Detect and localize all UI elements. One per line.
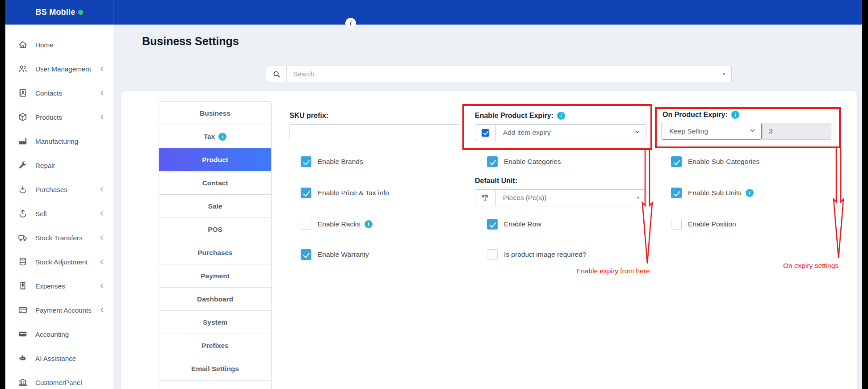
chevron-left-icon	[98, 186, 105, 193]
chevron-left-icon	[98, 282, 105, 289]
contacts-icon	[18, 88, 28, 98]
tab-email-settings[interactable]: Email Settings	[159, 357, 271, 381]
checkbox[interactable]	[487, 156, 498, 167]
sku-prefix-label: SKU prefix:	[289, 112, 328, 120]
checkbox[interactable]	[301, 219, 311, 230]
tab-payment[interactable]: Payment	[159, 264, 271, 288]
checkbox[interactable]	[301, 188, 311, 198]
sidebar-item-ai-assistance[interactable]: AI Assistance	[5, 346, 113, 370]
enable-product-expiry-group: Add item expiry	[475, 124, 646, 141]
tab-dashboard[interactable]: Dashboard	[159, 288, 271, 311]
settings-tab-list: Business Tax Product Contact Sale POS Pu…	[159, 101, 272, 389]
tab-business[interactable]: Business	[159, 102, 271, 125]
checkbox-enable-price-tax-info[interactable]: Enable Price & Tax info	[301, 188, 389, 198]
users-icon	[18, 64, 28, 74]
search-input[interactable]	[287, 66, 731, 82]
tab-tax[interactable]: Tax	[159, 125, 271, 148]
chevron-down-icon	[749, 127, 756, 136]
settings-search[interactable]: ▼	[266, 66, 732, 82]
screen: BS Mobile POS Repair 07/30/2025 Bs Home	[0, 0, 868, 389]
bank-icon	[18, 377, 28, 387]
factory-icon	[18, 136, 28, 146]
brand-zone[interactable]: BS Mobile	[5, 0, 114, 25]
online-status-dot-icon	[78, 10, 83, 15]
product-expiry-select[interactable]: Add item expiry	[496, 125, 646, 141]
checkbox[interactable]	[487, 249, 498, 260]
chevron-left-icon	[98, 258, 105, 265]
scale-icon	[481, 193, 491, 203]
sidebar-item-manufacturing[interactable]: Manufacturing	[5, 129, 113, 153]
checkbox-enable-row[interactable]: Enable Row	[487, 219, 541, 230]
sku-prefix-input[interactable]	[289, 124, 460, 140]
tab-sale[interactable]: Sale	[159, 195, 271, 218]
info-icon[interactable]	[557, 112, 565, 120]
dropdown-caret-icon: ▼	[636, 196, 640, 200]
sidebar-item-accounting[interactable]: Accounting	[5, 322, 113, 346]
sidebar-item-stock-transfers[interactable]: Stock Transfers	[5, 226, 113, 250]
checkbox-is-product-image-required[interactable]: Is product image required?	[487, 249, 586, 260]
checkbox[interactable]	[301, 249, 311, 260]
dropdown-caret-icon: ▼	[722, 72, 726, 76]
info-icon[interactable]	[365, 220, 373, 228]
info-button[interactable]	[345, 18, 356, 29]
default-unit-select[interactable]: Pieces (Pc(s))	[496, 190, 646, 206]
tab-product[interactable]: Product	[159, 148, 271, 171]
checkbox-enable-brands[interactable]: Enable Brands	[301, 156, 363, 167]
checkbox[interactable]	[671, 188, 682, 198]
box-icon	[18, 112, 28, 122]
sidebar-item-sell[interactable]: Sell	[5, 201, 113, 226]
search-addon	[266, 66, 287, 82]
sidebar-item-repair[interactable]: Repair	[5, 153, 113, 177]
unit-addon	[475, 190, 496, 206]
enable-product-expiry-label: Enable Product Expiry:	[475, 112, 565, 120]
checkbox-enable-sub-units[interactable]: Enable Sub Units	[671, 188, 754, 198]
sidebar-item-user-management[interactable]: User Management	[5, 57, 113, 81]
checkbox-enable-categories[interactable]: Enable Categories	[487, 156, 561, 167]
brand-name: BS Mobile	[36, 8, 75, 17]
tab-purchases[interactable]: Purchases	[159, 241, 271, 264]
search-icon	[273, 70, 281, 78]
checkbox[interactable]	[671, 219, 682, 230]
checkbox[interactable]	[671, 156, 682, 167]
purchase-arrow-icon	[18, 184, 28, 194]
sidebar-item-stock-adjustment[interactable]: Stock Adjustment	[5, 250, 113, 274]
expiry-checkbox-addon[interactable]	[475, 125, 496, 141]
expiry-days-input[interactable]: 3	[762, 123, 831, 140]
tab-pos[interactable]: POS	[159, 218, 271, 241]
checkbox[interactable]	[487, 219, 498, 230]
database-icon	[18, 257, 28, 267]
sidebar-item-expenses[interactable]: Expenses	[5, 274, 113, 298]
tab-contact[interactable]: Contact	[159, 171, 271, 195]
sidebar-item-home[interactable]: Home	[5, 33, 113, 57]
topbar: BS Mobile	[5, 0, 862, 25]
wrench-icon	[18, 160, 28, 170]
sell-arrow-icon	[18, 209, 28, 218]
sidebar-item-products[interactable]: Products	[5, 105, 113, 129]
default-unit-group: Pieces (Pc(s)) ▼	[475, 189, 646, 206]
sidebar-item-payment-accounts[interactable]: Payment Accounts	[5, 298, 113, 322]
enable-expiry-checkbox[interactable]	[482, 129, 489, 137]
default-unit-label: Default Unit:	[475, 177, 517, 185]
info-icon[interactable]	[746, 189, 754, 197]
page-title: Business Settings	[142, 35, 239, 48]
info-icon[interactable]	[218, 133, 226, 141]
tab-sms-settings[interactable]: SMS Settings	[159, 381, 271, 389]
checkbox[interactable]	[301, 156, 311, 167]
sidebar-item-purchases[interactable]: Purchases	[5, 177, 113, 201]
checkbox-enable-racks[interactable]: Enable Racks	[301, 219, 373, 230]
info-icon[interactable]	[731, 111, 739, 119]
chevron-down-icon	[634, 129, 641, 137]
checkbox-enable-warranty[interactable]: Enable Warranty	[301, 249, 369, 260]
receipt-dollar-icon	[18, 281, 28, 291]
chevron-left-icon	[98, 65, 105, 72]
checkbox-enable-position[interactable]: Enable Position	[671, 219, 736, 230]
sidebar: Home User Management Contacts Products M…	[5, 25, 114, 389]
sidebar-item-customerpanel[interactable]: CustomerPanel	[5, 370, 113, 389]
tab-prefixes[interactable]: Prefixes	[159, 334, 271, 357]
tab-system[interactable]: System	[159, 311, 271, 334]
credit-card-icon	[18, 305, 28, 315]
checkbox-enable-sub-categories[interactable]: Enable Sub-Categories	[671, 156, 759, 167]
on-expiry-action-select[interactable]: Keep Selling	[662, 123, 762, 140]
annotation-note-enable-expiry: Enable expiry from here	[576, 267, 650, 275]
sidebar-item-contacts[interactable]: Contacts	[5, 81, 113, 105]
